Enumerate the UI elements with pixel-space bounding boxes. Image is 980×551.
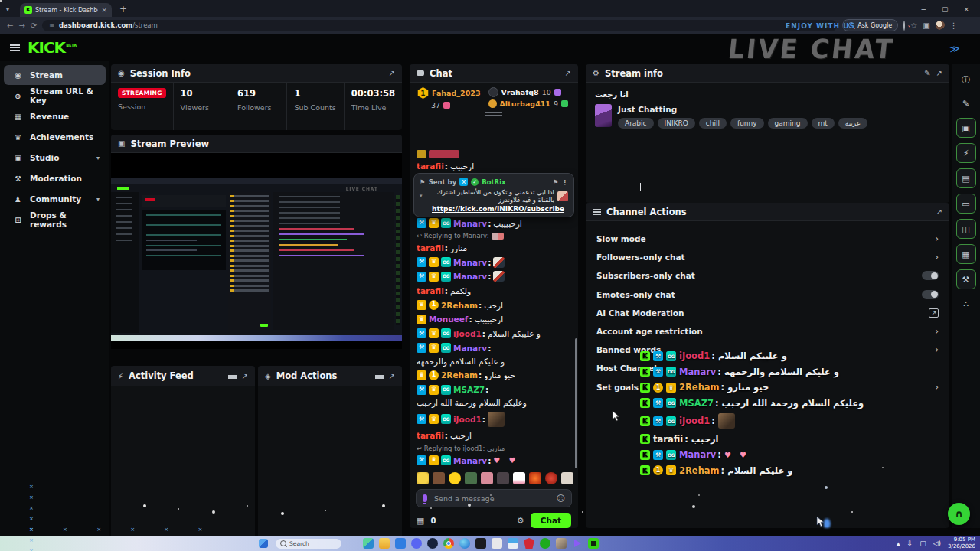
chat-username[interactable]: Manarv: [453, 257, 487, 268]
taskbar-search[interactable]: Search: [276, 539, 341, 549]
sidebar-item-drops-rewards[interactable]: ⊞Drops & rewards: [4, 210, 106, 230]
chat-username[interactable]: iJood1: [453, 414, 482, 425]
notes-widget-button[interactable]: ▤: [956, 168, 976, 188]
send-chat-button[interactable]: Chat: [531, 513, 571, 528]
session-widget-button[interactable]: ▣: [956, 118, 976, 138]
window-maximize-button[interactable]: ▢: [942, 5, 949, 13]
chat-username[interactable]: tarafii: [653, 434, 683, 445]
kick-logo[interactable]: KICKBETA: [28, 40, 77, 55]
face-emote[interactable]: [416, 472, 429, 484]
flame-emote[interactable]: [529, 472, 541, 484]
taskbar-icon-epic[interactable]: [475, 538, 486, 549]
taskbar-icon-folder[interactable]: [379, 538, 390, 549]
extensions-icon[interactable]: ▣: [923, 21, 929, 30]
expand-icon[interactable]: ↗: [242, 372, 248, 380]
browser-menu-icon[interactable]: ⋮: [950, 21, 958, 30]
chat-username[interactable]: Manarv: [679, 449, 716, 460]
preview-widget-button[interactable]: ◫: [956, 219, 976, 239]
toggle-switch[interactable]: [922, 271, 939, 280]
widgets-icon[interactable]: [259, 539, 268, 548]
support-chat-button[interactable]: ∩: [948, 503, 970, 525]
chat-username[interactable]: tarafii: [416, 285, 444, 296]
chat-scrollbar[interactable]: [575, 338, 577, 468]
channel-action-followers-only-chat[interactable]: Followers-only chat›: [586, 248, 949, 266]
tray-expand-icon[interactable]: ▴: [897, 540, 900, 547]
chat-username[interactable]: 2Reham: [441, 300, 478, 311]
chat-username[interactable]: 2Reham: [679, 465, 720, 476]
activity-widget-button[interactable]: ⚡: [956, 143, 976, 163]
chat-input[interactable]: [433, 494, 551, 504]
chat-username[interactable]: tarafii: [416, 243, 444, 253]
edit-widget-button[interactable]: ✎: [957, 94, 975, 112]
chat-username[interactable]: iJood1: [679, 416, 710, 426]
pinned-menu-icon[interactable]: ⋮: [562, 178, 569, 186]
tab-close-icon[interactable]: ×: [101, 6, 107, 14]
window-minimize-button[interactable]: −: [920, 5, 926, 13]
chat-username[interactable]: Manarv: [453, 343, 487, 354]
taskbar-icon-kickapp[interactable]: [588, 538, 599, 549]
sidebar-item-stream-url-key[interactable]: ⊕Stream URL & Key: [4, 86, 106, 106]
expand-icon[interactable]: ↗: [389, 372, 395, 380]
leaderboard-user[interactable]: Vrahafq8: [501, 88, 539, 96]
taskbar-clock[interactable]: 9:05 PM 3/26/2026: [948, 536, 975, 550]
taskbar-icon-photoapp[interactable]: [556, 538, 567, 549]
gift-box-icon[interactable]: ▦: [416, 516, 424, 526]
taskbar-icon-photos[interactable]: [363, 538, 374, 549]
taskbar-icon-riot[interactable]: [524, 538, 534, 549]
browser-profile-avatar[interactable]: [936, 21, 945, 30]
reload-icon[interactable]: ⟳: [31, 21, 37, 30]
channel-action-ai-chat-moderation[interactable]: AI Chat Moderation↗: [586, 304, 949, 322]
taskbar-icon-ghost[interactable]: [492, 538, 502, 549]
toggle-switch[interactable]: [922, 290, 939, 299]
channel-action-slow-mode[interactable]: Slow mode›: [586, 230, 949, 248]
sidebar-item-achievements[interactable]: ♛Achievements: [4, 127, 106, 147]
leaderboard-user[interactable]: Alturbag411: [500, 99, 550, 108]
taskbar-icon-store[interactable]: [395, 538, 406, 549]
monkey-emote[interactable]: [433, 472, 445, 484]
channel-action-subscribers-only-chat[interactable]: Subscribers-only chat: [586, 266, 949, 285]
taskbar-icon-discord[interactable]: [411, 538, 422, 549]
chat-widget-button[interactable]: ▭: [956, 194, 976, 214]
favorites-star-icon[interactable]: ☆: [910, 21, 917, 30]
stream-preview-video[interactable]: LIVE CHAT: [111, 153, 402, 349]
info-widget-button[interactable]: ⓘ: [957, 70, 975, 89]
leaderboard-user[interactable]: Fahad_2023: [432, 89, 481, 97]
filter-icon[interactable]: [375, 373, 384, 379]
sidebar-item-studio[interactable]: ▣Studio▾: [4, 148, 106, 168]
chat-username[interactable]: Monueef: [429, 314, 468, 324]
pin-icon[interactable]: ⚑: [553, 178, 559, 186]
channel-action-emotes-only-chat[interactable]: Emotes-only chat: [586, 285, 949, 304]
browser-tab[interactable]: K Stream - Kick Dashboard ×: [20, 3, 112, 17]
subscribe-link[interactable]: https://kick.com/INIKRO/subscribe: [432, 205, 568, 213]
sidebar-item-moderation[interactable]: ⚒Moderation: [4, 168, 106, 188]
forward-icon[interactable]: →: [18, 21, 24, 30]
chat-username[interactable]: MSAZ7: [679, 398, 714, 409]
url-bar[interactable]: ≡ dashboard.kick.com/stream ☆: [42, 20, 837, 31]
search-icon[interactable]: [903, 21, 905, 30]
smiley-emote[interactable]: [449, 472, 461, 484]
collapse-chevron-icon[interactable]: ▾: [420, 193, 423, 199]
grip-button[interactable]: ∴: [957, 295, 975, 313]
sidebar-item-stream[interactable]: ◉Stream: [4, 65, 106, 85]
emoji-picker-icon[interactable]: ☺: [557, 494, 565, 504]
channel-action-account-age-restriction[interactable]: Account age restriction›: [586, 322, 949, 341]
chat-username[interactable]: iJood1: [453, 328, 482, 339]
chat-username[interactable]: Manarv: [453, 455, 487, 466]
chat-username[interactable]: tarafii: [416, 430, 444, 441]
expand-icon[interactable]: ↗: [565, 69, 571, 77]
actions-widget-button[interactable]: ⚒: [956, 269, 976, 289]
tab-search-icon[interactable]: ▾: [6, 6, 9, 13]
chat-username[interactable]: Manarv: [453, 218, 487, 229]
red-emote[interactable]: [545, 472, 557, 484]
expand-icon[interactable]: ↗: [389, 69, 395, 77]
taskbar-icon-edge[interactable]: [459, 538, 470, 549]
new-tab-button[interactable]: +: [119, 4, 127, 15]
edit-pencil-icon[interactable]: ✎: [924, 69, 930, 77]
pink-emote[interactable]: [481, 472, 493, 484]
taskbar-icon-steam[interactable]: [427, 538, 438, 549]
chat-username[interactable]: 2Reham: [441, 370, 478, 380]
sidebar-item-community[interactable]: ♟Community▾: [4, 189, 106, 209]
chat-settings-gear-icon[interactable]: ⚙: [517, 516, 524, 526]
taskbar-icon-play[interactable]: [572, 538, 583, 549]
category-thumbnail[interactable]: [595, 104, 612, 127]
